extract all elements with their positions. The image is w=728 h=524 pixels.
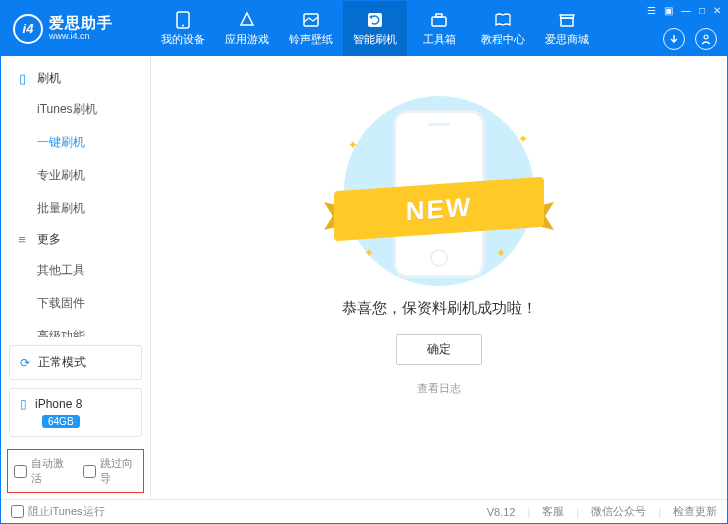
skip-guide-checkbox[interactable]: 跳过向导 — [83, 456, 138, 486]
separator: | — [576, 506, 579, 518]
download-icon[interactable] — [663, 28, 685, 50]
nav-label: 爱思商城 — [545, 32, 589, 47]
flash-icon — [364, 11, 386, 29]
separator: | — [527, 506, 530, 518]
checkbox-label: 跳过向导 — [100, 456, 138, 486]
block-itunes-checkbox[interactable]: 阻止iTunes运行 — [11, 504, 105, 519]
status-bar: 阻止iTunes运行 V8.12 | 客服 | 微信公众号 | 检查更新 — [1, 499, 727, 523]
store-icon — [556, 11, 578, 29]
user-icon[interactable] — [695, 28, 717, 50]
wechat-link[interactable]: 微信公众号 — [591, 504, 646, 519]
ok-button[interactable]: 确定 — [396, 334, 482, 365]
sparkle-icon: ✦ — [496, 246, 506, 260]
sparkle-icon: ✦ — [518, 132, 528, 146]
nav-tutorials[interactable]: 教程中心 — [471, 1, 535, 56]
svg-rect-3 — [368, 13, 382, 27]
app-header: i4 爱思助手 www.i4.cn 我的设备 应用游戏 — [1, 1, 727, 56]
check-update-link[interactable]: 检查更新 — [673, 504, 717, 519]
device-box[interactable]: ▯ iPhone 8 64GB — [9, 388, 142, 437]
device-name: iPhone 8 — [35, 397, 82, 411]
sidebar-item-itunes-flash[interactable]: iTunes刷机 — [1, 93, 150, 126]
storage-badge: 64GB — [42, 415, 80, 428]
body: ▯ 刷机 iTunes刷机 一键刷机 专业刷机 批量刷机 ≡ 更多 其他工具 下… — [1, 56, 727, 499]
refresh-icon: ⟳ — [20, 356, 30, 370]
auto-activate-input[interactable] — [14, 465, 27, 478]
nav-apps[interactable]: 应用游戏 — [215, 1, 279, 56]
separator: | — [658, 506, 661, 518]
more-icon: ≡ — [15, 232, 29, 247]
nav-label: 工具箱 — [423, 32, 456, 47]
success-illustration: NEW ✦ ✦ ✦ ✦ — [324, 96, 554, 281]
logo-badge: i4 — [13, 14, 43, 44]
minimize-icon[interactable]: ― — [681, 5, 691, 16]
svg-point-1 — [182, 24, 184, 26]
sparkle-icon: ✦ — [364, 246, 374, 260]
close-icon[interactable]: ✕ — [713, 5, 721, 16]
new-ribbon: NEW — [334, 184, 544, 234]
apps-icon — [236, 11, 258, 29]
success-message: 恭喜您，保资料刷机成功啦！ — [342, 299, 537, 318]
sidebar-scroll[interactable]: ▯ 刷机 iTunes刷机 一键刷机 专业刷机 批量刷机 ≡ 更多 其他工具 下… — [1, 56, 150, 337]
app-window: i4 爱思助手 www.i4.cn 我的设备 应用游戏 — [0, 0, 728, 524]
brand-url: www.i4.cn — [49, 32, 113, 42]
main-content: NEW ✦ ✦ ✦ ✦ 恭喜您，保资料刷机成功啦！ 确定 查看日志 — [151, 56, 727, 499]
sidebar-item-other-tools[interactable]: 其他工具 — [1, 254, 150, 287]
wallpaper-icon — [300, 11, 322, 29]
sidebar-item-pro-flash[interactable]: 专业刷机 — [1, 159, 150, 192]
logo-text: 爱思助手 www.i4.cn — [49, 15, 113, 41]
menu-icon[interactable]: ☰ — [647, 5, 656, 16]
brand-name: 爱思助手 — [49, 15, 113, 32]
sidebar-item-batch-flash[interactable]: 批量刷机 — [1, 192, 150, 225]
support-link[interactable]: 客服 — [542, 504, 564, 519]
flash-options: 自动激活 跳过向导 — [7, 449, 144, 493]
nav-store[interactable]: 爱思商城 — [535, 1, 599, 56]
nav-flash[interactable]: 智能刷机 — [343, 1, 407, 56]
auto-activate-checkbox[interactable]: 自动激活 — [14, 456, 69, 486]
svg-rect-5 — [436, 14, 442, 17]
logo[interactable]: i4 爱思助手 www.i4.cn — [1, 14, 151, 44]
sidebar-item-download-firmware[interactable]: 下载固件 — [1, 287, 150, 320]
ribbon-text: NEW — [334, 177, 544, 242]
checkbox-label: 阻止iTunes运行 — [28, 504, 105, 519]
sidebar-group-flash: ▯ 刷机 — [1, 64, 150, 93]
svg-rect-4 — [432, 17, 446, 26]
mode-box[interactable]: ⟳ 正常模式 — [9, 345, 142, 380]
nav-label: 教程中心 — [481, 32, 525, 47]
sidebar: ▯ 刷机 iTunes刷机 一键刷机 专业刷机 批量刷机 ≡ 更多 其他工具 下… — [1, 56, 151, 499]
sidebar-group-more: ≡ 更多 — [1, 225, 150, 254]
nav-label: 智能刷机 — [353, 32, 397, 47]
top-nav: 我的设备 应用游戏 铃声壁纸 智能刷机 — [151, 1, 599, 56]
window-controls: ☰ ▣ ― □ ✕ — [647, 5, 721, 16]
group-label: 刷机 — [37, 70, 61, 87]
group-label: 更多 — [37, 231, 61, 248]
nav-ringtones[interactable]: 铃声壁纸 — [279, 1, 343, 56]
nav-toolbox[interactable]: 工具箱 — [407, 1, 471, 56]
svg-point-7 — [704, 35, 708, 39]
maximize-icon[interactable]: □ — [699, 5, 705, 16]
view-log-link[interactable]: 查看日志 — [417, 381, 461, 396]
nav-label: 应用游戏 — [225, 32, 269, 47]
nav-label: 铃声壁纸 — [289, 32, 333, 47]
phone-icon: ▯ — [15, 71, 29, 86]
nav-my-device[interactable]: 我的设备 — [151, 1, 215, 56]
block-itunes-input[interactable] — [11, 505, 24, 518]
checkbox-label: 自动激活 — [31, 456, 69, 486]
mode-label: 正常模式 — [38, 354, 86, 371]
phone-icon — [172, 11, 194, 29]
nav-label: 我的设备 — [161, 32, 205, 47]
skip-guide-input[interactable] — [83, 465, 96, 478]
skin-icon[interactable]: ▣ — [664, 5, 673, 16]
sidebar-item-oneclick-flash[interactable]: 一键刷机 — [1, 126, 150, 159]
user-controls — [663, 28, 717, 50]
book-icon — [492, 11, 514, 29]
version-label: V8.12 — [487, 506, 516, 518]
sparkle-icon: ✦ — [348, 138, 358, 152]
svg-rect-6 — [561, 18, 573, 26]
toolbox-icon — [428, 11, 450, 29]
sidebar-item-advanced[interactable]: 高级功能 — [1, 320, 150, 337]
device-icon: ▯ — [20, 397, 27, 411]
